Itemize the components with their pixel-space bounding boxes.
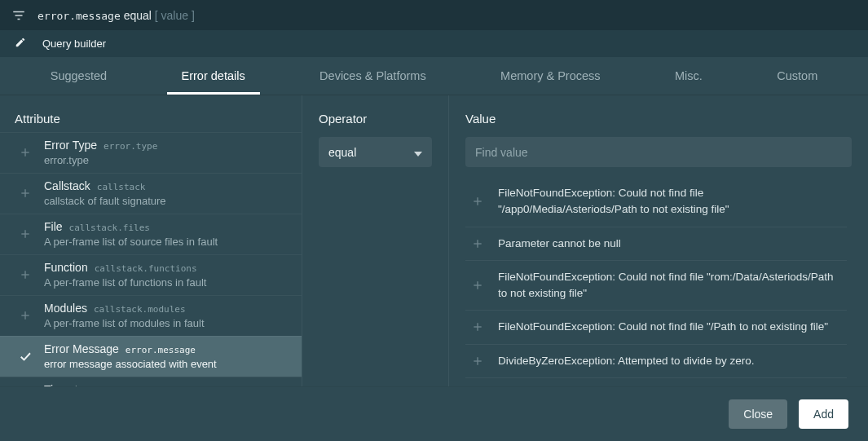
value-text: FileNotFoundException: Could not find fi… — [498, 269, 842, 302]
attribute-row[interactable]: Filecallstack.filesA per-frame list of s… — [0, 214, 302, 254]
value-row[interactable]: DivideByZeroException: Attempted to divi… — [465, 378, 847, 386]
value-text: FileNotFoundException: Could not find fi… — [498, 185, 842, 218]
attribute-row[interactable]: Error Messageerror.messageerror message … — [0, 336, 302, 377]
panels: Attribute Error Typeerror.typeerror.type… — [0, 95, 868, 386]
attribute-list[interactable]: Error Typeerror.typeerror.typeCallstackc… — [0, 132, 302, 386]
attribute-name: File — [44, 220, 63, 233]
plus-icon — [18, 309, 33, 322]
tab-custom[interactable]: Custom — [762, 57, 832, 95]
attribute-desc: A per-frame list of source files in faul… — [44, 236, 287, 248]
attribute-row[interactable]: Modulescallstack.modulesA per-frame list… — [0, 295, 302, 336]
plus-icon — [470, 279, 485, 292]
attribute-desc: error message associated with event — [44, 358, 287, 370]
plus-icon — [470, 355, 485, 368]
attribute-desc: callstack of fault signature — [44, 195, 287, 207]
attribute-desc: A per-frame list of functions in fault — [44, 276, 287, 289]
edit-icon[interactable] — [15, 37, 26, 51]
attribute-code: error.message — [126, 345, 196, 355]
query-operator: equal — [124, 9, 152, 22]
plus-icon — [470, 237, 485, 250]
attribute-row[interactable]: Timestamptimestamptimestamp of fault — [0, 377, 302, 386]
tab-suggested[interactable]: Suggested — [36, 57, 121, 95]
attribute-row[interactable]: Callstackcallstackcallstack of fault sig… — [0, 173, 302, 214]
attribute-name: Function — [44, 261, 88, 274]
attribute-code: callstack — [97, 182, 146, 192]
value-text: DivideByZeroException: Attempted to divi… — [498, 353, 754, 369]
plus-icon — [18, 146, 33, 159]
tab-error-details[interactable]: Error details — [167, 57, 260, 95]
value-row[interactable]: FileNotFoundException: Could not find fi… — [465, 261, 847, 311]
query-text: error.message equal [ value ] — [37, 9, 195, 22]
value-row[interactable]: FileNotFoundException: Could not find fi… — [465, 177, 847, 227]
plus-icon — [18, 268, 33, 281]
attribute-name: Error Message — [44, 342, 119, 355]
operator-selected: equal — [328, 146, 356, 159]
operator-panel: Operator equal — [302, 95, 449, 386]
attribute-row[interactable]: Error Typeerror.typeerror.type — [0, 132, 302, 173]
tab-misc[interactable]: Misc. — [660, 57, 717, 95]
value-search-input[interactable] — [465, 137, 852, 167]
attribute-name: Modules — [44, 302, 87, 315]
value-row[interactable]: FileNotFoundException: Could not find fi… — [465, 311, 847, 344]
add-button[interactable]: Add — [799, 399, 848, 429]
attribute-desc: error.type — [44, 154, 287, 166]
tabs: Suggested Error details Devices & Platfo… — [0, 57, 868, 95]
attribute-code: error.type — [104, 141, 157, 152]
chevron-down-icon — [414, 146, 422, 159]
filter-topbar: error.message equal [ value ] — [0, 0, 868, 30]
plus-icon — [470, 320, 485, 333]
close-button[interactable]: Close — [729, 399, 787, 429]
tab-devices-platforms[interactable]: Devices & Platforms — [305, 57, 441, 95]
attribute-name: Callstack — [44, 179, 90, 192]
filter-icon — [11, 8, 26, 23]
operator-select[interactable]: equal — [319, 137, 432, 167]
attribute-code: callstack.modules — [94, 304, 186, 315]
attribute-name: Timestamp — [44, 383, 100, 386]
attribute-code: callstack.files — [69, 223, 150, 233]
value-title: Value — [465, 112, 852, 126]
query-builder-title: Query builder — [42, 37, 106, 50]
plus-icon — [18, 227, 33, 240]
value-text: FileNotFoundException: Could not find fi… — [498, 319, 828, 335]
query-field: error.message — [37, 10, 121, 22]
tab-memory-process[interactable]: Memory & Process — [486, 57, 615, 95]
value-text: Parameter cannot be null — [498, 236, 621, 252]
attribute-panel: Attribute Error Typeerror.typeerror.type… — [0, 95, 302, 386]
attribute-name: Error Type — [44, 139, 97, 152]
query-builder-subbar: Query builder — [0, 30, 868, 57]
attribute-row[interactable]: Functioncallstack.functionsA per-frame l… — [0, 254, 302, 295]
plus-icon — [470, 195, 485, 208]
value-panel: Value FileNotFoundException: Could not f… — [449, 95, 868, 386]
value-row[interactable]: DivideByZeroException: Attempted to divi… — [465, 345, 847, 378]
check-icon — [18, 349, 33, 364]
footer: Close Add — [0, 386, 868, 441]
attribute-title: Attribute — [0, 95, 302, 132]
value-row[interactable]: Parameter cannot be null — [465, 227, 847, 261]
attribute-code: timestamp — [107, 386, 156, 386]
query-value-placeholder: [ value ] — [155, 9, 195, 22]
plus-icon — [18, 187, 33, 200]
attribute-desc: A per-frame list of modules in fault — [44, 317, 287, 329]
operator-title: Operator — [319, 112, 432, 126]
value-list[interactable]: FileNotFoundException: Could not find fi… — [465, 177, 852, 386]
attribute-code: callstack.functions — [95, 263, 197, 274]
